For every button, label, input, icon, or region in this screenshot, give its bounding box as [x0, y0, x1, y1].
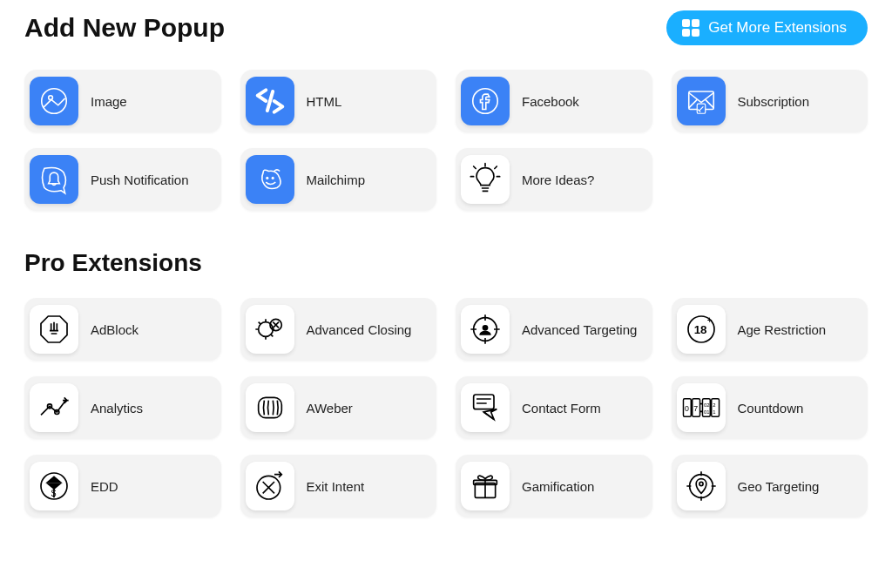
card-advanced-targeting[interactable]: Advanced Targeting [456, 298, 652, 361]
advanced-targeting-icon [461, 305, 510, 354]
svg-text:18: 18 [693, 323, 706, 336]
svg-point-36 [699, 482, 702, 485]
card-label: Countdown [738, 401, 804, 416]
contact-form-icon [461, 383, 510, 432]
page-title: Add New Popup [24, 13, 225, 43]
adblock-icon [30, 305, 78, 354]
card-label: HTML [307, 94, 342, 109]
card-label: Advanced Targeting [522, 322, 637, 337]
card-mailchimp[interactable]: Mailchimp [240, 148, 437, 211]
card-countdown[interactable]: 07020121Countdown [672, 376, 868, 439]
popup-types-grid: ImageHTMLFacebookSubscriptionPush Notifi… [24, 70, 868, 211]
svg-text:2: 2 [713, 402, 715, 408]
card-label: AdBlock [91, 322, 139, 337]
svg-text:7: 7 [693, 404, 698, 413]
subscription-icon [677, 77, 726, 125]
svg-point-28 [699, 403, 701, 405]
card-label: Geo Targeting [738, 479, 820, 494]
svg-point-6 [266, 177, 268, 179]
gamification-icon [461, 462, 510, 510]
svg-text:0: 0 [684, 404, 688, 413]
card-contact-form[interactable]: Contact Form [456, 376, 652, 439]
card-label: EDD [91, 479, 118, 494]
advanced-closing-icon [246, 305, 294, 354]
countdown-icon: 07020121 [677, 383, 726, 432]
card-facebook[interactable]: Facebook [456, 70, 652, 132]
card-label: Gamification [522, 479, 594, 494]
get-more-extensions-button[interactable]: Get More Extensions [666, 10, 868, 45]
svg-point-5 [271, 177, 274, 179]
mailchimp-icon [246, 155, 294, 204]
card-html[interactable]: HTML [240, 70, 437, 132]
age-restriction-icon: 18+ [677, 305, 726, 354]
card-label: Facebook [522, 94, 579, 109]
svg-text:02: 02 [703, 402, 709, 408]
svg-text:+: + [706, 315, 712, 325]
svg-text:1: 1 [713, 409, 715, 415]
card-push-notification[interactable]: Push Notification [24, 148, 221, 211]
card-label: Analytics [91, 401, 143, 416]
card-label: Exit Intent [307, 479, 365, 494]
pro-extensions-title: Pro Extensions [24, 249, 868, 277]
card-label: Subscription [738, 94, 810, 109]
html-icon [246, 77, 294, 125]
analytics-icon [30, 383, 78, 432]
edd-icon: $ [30, 462, 78, 510]
card-label: Advanced Closing [307, 322, 412, 337]
svg-text:01: 01 [703, 409, 709, 415]
card-label: More Ideas? [522, 172, 594, 187]
svg-point-1 [49, 96, 53, 100]
card-label: AWeber [307, 401, 353, 416]
card-age-restriction[interactable]: 18+Age Restriction [672, 298, 868, 361]
card-exit-intent[interactable]: Exit Intent [240, 455, 437, 517]
card-label: Mailchimp [307, 172, 366, 187]
card-subscription[interactable]: Subscription [672, 70, 868, 132]
lightbulb-icon [461, 155, 510, 204]
card-gamification[interactable]: Gamification [456, 455, 652, 517]
card-advanced-closing[interactable]: Advanced Closing [240, 298, 437, 361]
exit-intent-icon [246, 462, 294, 510]
card-geo-targeting[interactable]: Geo Targeting [672, 455, 868, 517]
card-label: Image [91, 94, 127, 109]
card-image[interactable]: Image [24, 70, 221, 132]
svg-point-10 [483, 325, 489, 331]
facebook-icon [461, 77, 510, 125]
grid-icon [682, 19, 699, 37]
card-edd[interactable]: $EDD [24, 455, 221, 517]
get-more-label: Get More Extensions [708, 19, 847, 37]
push-notification-icon [30, 155, 78, 204]
card-label: Push Notification [91, 172, 189, 187]
aweber-icon [246, 383, 294, 432]
geo-targeting-icon [677, 462, 726, 510]
card-aweber[interactable]: AWeber [240, 376, 437, 439]
image-icon [30, 77, 78, 125]
card-more-ideas[interactable]: More Ideas? [456, 148, 652, 211]
card-label: Age Restriction [738, 322, 827, 337]
svg-point-29 [699, 410, 701, 412]
card-adblock[interactable]: AdBlock [24, 298, 221, 361]
card-analytics[interactable]: Analytics [24, 376, 221, 439]
card-label: Contact Form [522, 401, 601, 416]
pro-extensions-grid: AdBlockAdvanced ClosingAdvanced Targetin… [24, 298, 868, 517]
svg-rect-17 [474, 395, 494, 409]
